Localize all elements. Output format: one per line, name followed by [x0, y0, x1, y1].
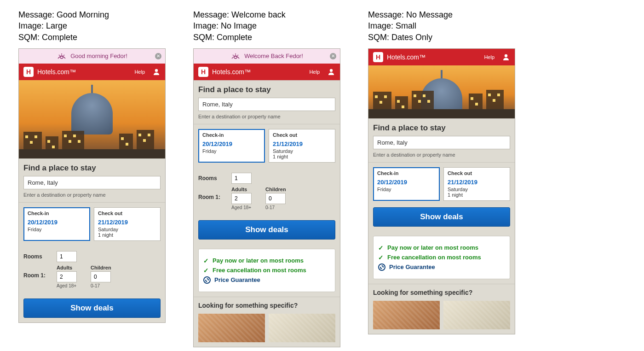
badges-card: ✓Pay now or later on most rooms ✓Free ca… — [198, 249, 335, 292]
adults-input[interactable] — [231, 193, 252, 204]
price-guarantee-icon — [203, 276, 211, 284]
close-icon[interactable]: ✕ — [330, 53, 336, 59]
checkout-label: Check out — [273, 132, 331, 138]
variant-column: Message: Welcome back Image: No Image SQ… — [193, 9, 340, 347]
brand-name: Hotels.com™ — [212, 68, 305, 76]
badge-pay-now: ✓Pay now or later on most rooms — [378, 244, 505, 252]
close-icon[interactable]: ✕ — [155, 53, 161, 59]
checkout-day: Saturday — [273, 148, 331, 154]
badge-price-guarantee[interactable]: Price Guarantee — [203, 276, 330, 284]
rooms-label: Rooms — [23, 253, 52, 260]
check-icon: ✓ — [203, 257, 209, 264]
checkin-day: Friday — [377, 187, 436, 192]
checkout-label: Check out — [98, 211, 156, 216]
children-input[interactable] — [91, 271, 111, 282]
date-row: Check-in 20/12/2019 Friday Check out 21/… — [194, 124, 340, 167]
checkin-date: 20/12/2019 — [28, 219, 86, 226]
mobile-mockup: H Hotels.com™ Help Find a place to stay … — [368, 48, 515, 334]
badge-price-guarantee[interactable]: Price Guarantee — [378, 263, 505, 271]
specific-thumbs — [368, 301, 515, 334]
user-icon[interactable] — [152, 68, 161, 76]
search-section: Find a place to stay Enter a destination… — [194, 80, 340, 124]
specific-thumb[interactable] — [198, 314, 265, 342]
children-input[interactable] — [265, 193, 286, 204]
svg-point-4 — [155, 69, 158, 72]
greeting-banner: Good morning Fedor! ✕ — [19, 49, 165, 64]
specific-thumbs — [194, 314, 340, 347]
checkout-card[interactable]: Check out 21/12/2019 Saturday 1 night — [443, 167, 510, 201]
search-title: Find a place to stay — [198, 85, 335, 94]
search-title: Find a place to stay — [23, 164, 161, 173]
rooms-input[interactable] — [57, 251, 77, 262]
specific-thumb[interactable] — [373, 301, 440, 329]
help-link[interactable]: Help — [134, 69, 145, 75]
brand-name: Hotels.com™ — [387, 53, 480, 61]
brand-logo[interactable]: H — [23, 67, 34, 77]
app-header: H Hotels.com™ Help — [368, 49, 515, 65]
checkout-label: Check out — [448, 170, 506, 176]
mobile-mockup: Good morning Fedor! ✕ H Hotels.com™ Help… — [18, 48, 166, 323]
svg-line-2 — [59, 55, 60, 56]
check-icon: ✓ — [378, 254, 384, 261]
checkout-card[interactable]: Check out 21/12/2019 Saturday 1 night — [269, 129, 335, 163]
destination-hint: Enter a destination or property name — [23, 192, 161, 198]
checkin-date: 20/12/2019 — [202, 140, 261, 147]
hero-image — [19, 80, 165, 158]
rooms-input[interactable] — [231, 173, 252, 184]
svg-point-9 — [330, 69, 333, 72]
checkout-date: 21/12/2019 — [448, 179, 506, 186]
svg-line-3 — [63, 55, 64, 56]
app-header: H Hotels.com™ Help — [194, 64, 340, 80]
mobile-mockup: Welcome Back Fedor! ✕ H Hotels.com™ Help… — [193, 48, 340, 347]
checkout-date: 21/12/2019 — [98, 219, 156, 226]
show-deals-button[interactable]: Show deals — [23, 298, 161, 318]
brand-logo[interactable]: H — [373, 52, 383, 62]
destination-input[interactable] — [373, 136, 510, 149]
show-deals-button[interactable]: Show deals — [198, 220, 335, 240]
checkin-card[interactable]: Check-in 20/12/2019 Friday — [23, 207, 90, 241]
destination-hint: Enter a destination or property name — [198, 114, 335, 119]
adults-sub: Aged 18+ — [57, 283, 77, 288]
badges-card: ✓Pay now or later on most rooms ✓Free ca… — [373, 236, 510, 279]
adults-input[interactable] — [57, 271, 77, 282]
user-icon[interactable] — [502, 53, 510, 61]
checkin-card[interactable]: Check-in 20/12/2019 Friday — [373, 167, 440, 201]
nights-text: 1 night — [273, 154, 331, 159]
children-sub: 0-17 — [91, 283, 111, 288]
destination-input[interactable] — [198, 98, 335, 111]
variant-caption: Message: Good Morning Image: Large SQM: … — [18, 9, 166, 43]
user-icon[interactable] — [327, 68, 335, 76]
checkin-label: Check-in — [202, 132, 261, 138]
date-row: Check-in 20/12/2019 Friday Check out 21/… — [368, 163, 515, 205]
svg-line-8 — [237, 55, 238, 56]
help-link[interactable]: Help — [309, 69, 320, 75]
checkout-card[interactable]: Check out 21/12/2019 Saturday 1 night — [94, 207, 161, 241]
show-deals-button[interactable]: Show deals — [373, 207, 510, 227]
children-label: Children — [91, 265, 111, 270]
nights-text: 1 night — [448, 192, 506, 198]
checkout-day: Saturday — [98, 227, 156, 232]
checkout-day: Saturday — [448, 187, 506, 192]
brand-name: Hotels.com™ — [37, 68, 131, 76]
svg-point-10 — [505, 54, 507, 57]
search-section: Find a place to stay Enter a destination… — [368, 118, 515, 163]
specific-thumb[interactable] — [269, 314, 335, 342]
rooms-block: Rooms Room 1: Adults Aged 18+ Children 0… — [194, 167, 340, 218]
specific-thumb[interactable] — [443, 301, 510, 329]
sunrise-icon — [230, 53, 241, 60]
checkin-card[interactable]: Check-in 20/12/2019 Friday — [198, 129, 265, 163]
sunrise-icon — [57, 53, 67, 60]
room-prefix: Room 1: — [23, 265, 52, 279]
nights-text: 1 night — [98, 232, 156, 238]
checkin-label: Check-in — [377, 170, 436, 176]
variant-caption: Message: No Message Image: Small SQM: Da… — [368, 9, 515, 43]
adults-sub: Aged 18+ — [231, 205, 252, 210]
checkout-date: 21/12/2019 — [273, 140, 331, 147]
badge-pay-now: ✓Pay now or later on most rooms — [203, 257, 330, 264]
destination-input[interactable] — [23, 176, 161, 189]
greeting-text: Good morning Fedor! — [70, 53, 127, 59]
help-link[interactable]: Help — [484, 54, 494, 60]
badge-free-cancel: ✓Free cancellation on most rooms — [378, 254, 505, 261]
children-sub: 0-17 — [265, 205, 286, 210]
brand-logo[interactable]: H — [198, 67, 208, 77]
